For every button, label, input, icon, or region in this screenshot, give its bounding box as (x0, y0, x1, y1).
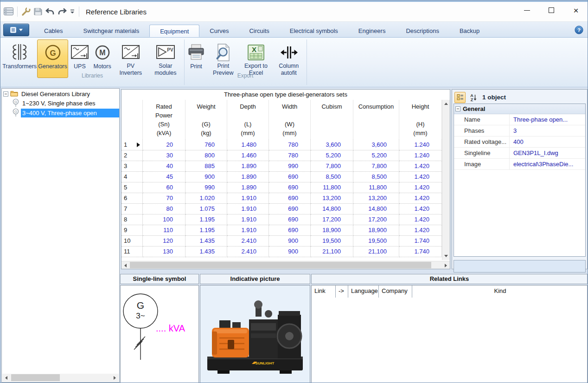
table-cell[interactable]: 110 (143, 225, 185, 236)
property-row-image[interactable]: Image electrical\3PhaseDie... (454, 159, 585, 170)
column-header-company[interactable]: Company (379, 286, 412, 298)
table-cell[interactable]: 1.740 (399, 247, 442, 257)
table-cell[interactable]: 900 (269, 247, 311, 257)
tree-node-label[interactable]: 3~400 V, Three-phase open (21, 109, 119, 117)
tab-curves[interactable]: Curves (199, 25, 239, 37)
tab-cables[interactable]: Cables (34, 25, 73, 37)
table-cell[interactable]: 11,800 (311, 182, 353, 193)
tab-circuits[interactable]: Circuits (239, 25, 279, 37)
scrollbar-thumb[interactable] (130, 262, 431, 268)
table-row[interactable]: 6701.0201.91069013,20013,2001.420 (121, 193, 442, 204)
table-cell[interactable]: 1.420 (399, 225, 442, 236)
table-cell[interactable]: 8,500 (353, 172, 399, 182)
table-cell[interactable]: 780 (269, 150, 311, 161)
minimize-button[interactable] (520, 5, 534, 16)
table-cell[interactable]: 21,100 (353, 247, 399, 257)
column-header-depth[interactable]: Depth (L)(mm) (227, 100, 269, 140)
table-cell[interactable]: 885 (185, 161, 227, 172)
table-cell[interactable]: 800 (185, 150, 227, 161)
settings-wrench-button[interactable] (20, 6, 32, 18)
tab-switchgear-materials[interactable]: Switchgear materials (73, 25, 149, 37)
row-number-cell[interactable]: 11 (121, 247, 143, 257)
table-cell[interactable]: 20 (143, 140, 185, 150)
table-vertical-scrollbar[interactable] (442, 100, 450, 260)
property-value[interactable]: 400 (510, 136, 585, 147)
table-cell[interactable]: 18,900 (353, 225, 399, 236)
table-cell[interactable]: 14,800 (311, 204, 353, 214)
table-cell[interactable]: 7,800 (353, 161, 399, 172)
row-number-cell[interactable]: 4 (121, 172, 143, 182)
table-cell[interactable]: 1.910 (227, 225, 269, 236)
table-cell[interactable]: 3,600 (353, 140, 399, 150)
table-cell[interactable]: 21,100 (311, 247, 353, 257)
table-cell[interactable]: 5,200 (353, 150, 399, 161)
column-header-language[interactable]: Language (348, 286, 379, 298)
table-cell[interactable]: 760 (185, 140, 227, 150)
table-cell[interactable]: 8,500 (311, 172, 353, 182)
scroll-left-button[interactable] (121, 261, 129, 269)
toolbar-options-button[interactable] (68, 6, 77, 18)
table-horizontal-scrollbar[interactable] (121, 261, 450, 269)
table-cell[interactable]: 80 (143, 204, 185, 214)
table-cell[interactable]: 1.435 (185, 236, 227, 247)
table-cell[interactable]: 7,800 (311, 161, 353, 172)
close-button[interactable]: × (569, 5, 583, 16)
column-header-width[interactable]: Width (W)(mm) (269, 100, 311, 140)
tab-backup[interactable]: Backup (449, 25, 490, 37)
property-row-rated-voltage[interactable]: Rated voltage... 400 (454, 136, 585, 148)
tree-horizontal-scrollbar[interactable] (2, 374, 119, 382)
table-cell[interactable]: 1.420 (399, 193, 442, 204)
table-cell[interactable]: 120 (143, 236, 185, 247)
scroll-up-button[interactable] (442, 100, 450, 108)
scrollbar-thumb[interactable] (11, 374, 60, 381)
column-header-consumption[interactable]: Consumption (353, 100, 399, 140)
table-cell[interactable]: 1.910 (227, 204, 269, 214)
table-cell[interactable]: 18,900 (311, 225, 353, 236)
row-number-cell[interactable]: 5 (121, 182, 143, 193)
table-cell[interactable]: 14,800 (353, 204, 399, 214)
table-row[interactable]: 91101.1951.91069018,90018,9001.420 (121, 225, 442, 236)
column-header-link[interactable]: Link (312, 286, 336, 298)
tab-equipment[interactable]: Equipment (149, 25, 199, 37)
tab-electrical-symbols[interactable]: Electrical symbols (280, 25, 348, 37)
categorized-view-button[interactable] (454, 92, 466, 103)
property-value[interactable]: GEN3P1L_I.dwg (510, 148, 585, 158)
table-cell[interactable]: 1.420 (399, 172, 442, 182)
save-button[interactable] (32, 6, 44, 18)
table-cell[interactable]: 780 (269, 140, 311, 150)
row-number-cell[interactable]: 9 (121, 225, 143, 236)
row-number-cell[interactable]: 2 (121, 150, 143, 161)
tree-node-three-phase[interactable]: G 3~400 V, Three-phase open (2, 108, 119, 118)
property-row-name[interactable]: Name Three-phase open... (454, 114, 585, 125)
redo-button[interactable] (56, 6, 68, 18)
tab-descriptions[interactable]: Descriptions (396, 25, 449, 37)
table-cell[interactable]: 100 (143, 214, 185, 225)
table-cell[interactable]: 900 (185, 172, 227, 182)
table-cell[interactable]: 17,200 (353, 214, 399, 225)
table-cell[interactable]: 1.240 (399, 140, 442, 150)
table-row[interactable]: 1207601.4807803,6003,6001.240 (121, 140, 442, 150)
database-icon[interactable] (3, 6, 15, 18)
property-value[interactable]: 3 (510, 125, 585, 136)
table-cell[interactable]: 1.435 (185, 247, 227, 257)
table-cell[interactable]: 1.420 (399, 182, 442, 193)
property-group-header[interactable]: General (454, 104, 585, 114)
table-cell[interactable]: 1.910 (227, 193, 269, 204)
table-cell[interactable]: 11,800 (353, 182, 399, 193)
table-cell[interactable]: 1.420 (399, 204, 442, 214)
row-number-cell[interactable]: 3 (121, 161, 143, 172)
table-cell[interactable]: 900 (269, 236, 311, 247)
table-cell[interactable]: 2.410 (227, 247, 269, 257)
table-row[interactable]: 4459001.8906908,5008,5001.420 (121, 172, 442, 182)
row-number-cell[interactable]: 1 (121, 140, 143, 150)
property-row-singleline[interactable]: Singleline GEN3P1L_I.dwg (454, 148, 585, 159)
table-cell[interactable]: 690 (269, 225, 311, 236)
property-value[interactable]: electrical\3PhaseDie... (510, 159, 585, 169)
table-cell[interactable]: 690 (269, 182, 311, 193)
table-cell[interactable]: 1.020 (185, 193, 227, 204)
table-cell[interactable]: 30 (143, 150, 185, 161)
scroll-right-button[interactable] (111, 374, 119, 382)
table-row[interactable]: 3408851.8909907,8007,8001.420 (121, 161, 442, 172)
table-cell[interactable]: 690 (269, 214, 311, 225)
column-header-weight[interactable]: Weight (G)(kg) (185, 100, 227, 140)
